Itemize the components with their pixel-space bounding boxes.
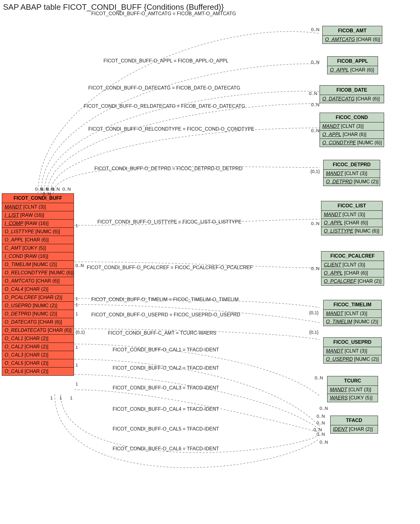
entity-tfacd: TFACD IDENT [CHAR (2)] xyxy=(330,416,378,434)
field-row: O_RELCONDTYPE [NUMC (6)] xyxy=(2,269,74,277)
field-row: WAERS [CUKY (5)] xyxy=(327,394,378,402)
field-row: MANDT [CLNT (3)] xyxy=(324,347,381,355)
entity-header: FICOC_USEPRD xyxy=(324,338,381,347)
rel-label: FICOT_CONDI_BUFF-O_CAL4 = TFACD-IDENT xyxy=(113,406,219,412)
rel-label: FICOT_CONDI_BUFF-O_CAL1 = TFACD-IDENT xyxy=(113,347,219,353)
field-row: O_CAL3 [CHAR (2)] xyxy=(2,351,74,359)
entity-ficob-amt: FICOB_AMT O_AMTCATG [CHAR (6)] xyxy=(322,26,382,44)
entity-ficob-appl: FICOB_APPL O_APPL [CHAR (6)] xyxy=(327,56,378,74)
field-row: MANDT [CLNT (3)] xyxy=(2,203,74,211)
page-title: SAP ABAP table FICOT_CONDI_BUFF {Conditi… xyxy=(3,2,224,12)
field-row: O_PCALCREF [CHAR (2)] xyxy=(2,294,74,302)
cardinality: 0..N xyxy=(51,186,60,192)
cardinality: 1 xyxy=(75,296,78,301)
cardinality: 0..N xyxy=(62,186,71,192)
cardinality: 0..N xyxy=(311,59,320,65)
field-row: CLIENT [CLNT (3)] xyxy=(321,261,384,269)
rel-label: FICOT_CONDI_BUFF-O_CAL3 = TFACD-IDENT xyxy=(113,385,219,391)
rel-label: FICOT_CONDI_BUFF-O_TIMELIM = FICOC_TIMEL… xyxy=(91,297,239,302)
rel-label: FICOT_CONDI_BUFF-O_RELCONDTYPE = FICOC_C… xyxy=(88,126,254,132)
rel-label: FICOT_CONDI_BUFF-C_AMT = TCURC-WAERS xyxy=(108,330,216,336)
field-row: MANDT [CLNT (3)] xyxy=(327,386,378,394)
field-row: MANDT [CLNT (3)] xyxy=(320,122,384,131)
cardinality: 0..N xyxy=(311,27,320,32)
field-row: O_APPL [CHAR (6)] xyxy=(320,131,384,139)
entity-ficoc-useprd: FICOC_USEPRD MANDT [CLNT (3)] O_USEPRD [… xyxy=(323,337,382,364)
cardinality: {0,1} xyxy=(75,329,85,335)
field-row: O_CAL6 [CHAR (2)] xyxy=(2,368,74,375)
field-row: MANDT [CLNT (3)] xyxy=(324,170,380,178)
field-row: O_AMTCATG [CHAR (6)] xyxy=(323,36,382,44)
field-row: O_USEPRD [NUMC (2)] xyxy=(2,302,74,310)
cardinality: 0..N xyxy=(320,439,328,445)
field-row: O_DETPRD [NUMC (2)] xyxy=(324,178,380,186)
entity-ficoc-list: FICOC_LIST MANDT [CLNT (3)] O_APPL [CHAR… xyxy=(321,201,383,235)
cardinality: 0..N xyxy=(311,221,320,226)
field-row: O_TIMELIM [NUMC (2)] xyxy=(2,261,74,269)
cardinality: 0..N xyxy=(309,91,317,96)
entity-header: FICOC_PCALCREF xyxy=(321,251,384,261)
cardinality: 1 xyxy=(70,395,72,400)
cardinality: 0..N xyxy=(320,406,328,411)
entity-header: FICOB_AMT xyxy=(323,26,382,36)
field-row: O_CAL5 [CHAR (2)] xyxy=(2,359,74,368)
field-row: C_AMT [CUKY (5)] xyxy=(2,244,74,252)
field-row: O_USEPRD [NUMC (2)] xyxy=(324,355,381,363)
cardinality: 0..N xyxy=(311,266,320,271)
field-row: O_DATECATG [CHAR (6)] xyxy=(320,95,384,103)
cardinality: 1 xyxy=(75,223,78,228)
field-row: O_DETPRD [NUMC (2)] xyxy=(2,310,74,318)
entity-header: TCURC xyxy=(327,376,378,386)
field-row: I_LIST [RAW (16)] xyxy=(2,211,74,220)
cardinality: 0..N xyxy=(75,263,84,268)
rel-label: FICOT_CONDI_BUFF-O_DETPRD = FICOC_DETPRD… xyxy=(94,166,243,171)
cardinality: 0..N xyxy=(311,102,320,107)
field-row: O_PCALCREF [CHAR (2)] xyxy=(321,277,384,285)
field-row: O_APPL [CHAR (6)] xyxy=(2,236,74,244)
cardinality: 1 xyxy=(75,311,78,316)
rel-label: FICOT_CONDI_BUFF-O_USEPRD = FICOC_USEPRD… xyxy=(91,312,240,318)
cardinality: 1 xyxy=(59,395,62,400)
cardinality: 0..N xyxy=(315,375,323,380)
cardinality: 1 xyxy=(50,395,53,400)
rel-label: FICOT_CONDI_BUFF-O_RELDATECATG = FICOB_D… xyxy=(84,104,245,109)
field-row: O_LISTTYPE [NUMC (6)] xyxy=(321,227,382,235)
cardinality: 0..N xyxy=(317,420,325,425)
entity-ficoc-detprd: FICOC_DETPRD MANDT [CLNT (3)] O_DETPRD [… xyxy=(323,160,380,186)
field-row: O_CAL4 [CHAR (2)] xyxy=(2,285,74,294)
entity-header: FICOC_TIMELIM xyxy=(324,300,381,310)
rel-label: FICOT_CONDI_BUFF-O_PCALCREF = FICOC_PCAL… xyxy=(87,265,253,270)
entity-header: FICOB_APPL xyxy=(327,57,378,66)
rel-label: FICOT_CONDI_BUFF-O_CAL2 = TFACD-IDENT xyxy=(113,365,219,371)
cardinality: {0,1} xyxy=(309,310,319,315)
field-row: MANDT [CLNT (3)] xyxy=(324,310,381,318)
field-row: O_APPL [CHAR (6)] xyxy=(327,66,378,74)
rel-label: FICOT_CONDI_BUFF-O_LISTTYPE = FICOC_LIST… xyxy=(97,219,241,225)
cardinality: {0,1} xyxy=(310,169,320,174)
entity-ficoc-cond: FICOC_COND MANDT [CLNT (3)] O_APPL [CHAR… xyxy=(320,113,384,147)
field-row: O_AMTCATG [CHAR (6)] xyxy=(2,277,74,285)
entity-tcurc: TCURC MANDT [CLNT (3)] WAERS [CUKY (5)] xyxy=(327,376,378,402)
rel-label: FICOT_CONDI_BUFF-O_DATECATG = FICOB_DATE… xyxy=(88,85,240,91)
rel-label: FICOT_CONDI_BUFF-O_CAL6 = TFACD-IDENT xyxy=(113,446,219,452)
cardinality: 1 xyxy=(75,345,78,350)
rel-label: FICOT_CONDI_BUFF-O_AMTCATG = FICOB_AMT-O… xyxy=(91,11,236,16)
cardinality: 0..N xyxy=(317,413,325,419)
cardinality: 1 xyxy=(75,381,78,386)
field-row: I_COND [RAW (16)] xyxy=(2,252,74,261)
field-row: O_DATECATG [CHAR (6)] xyxy=(2,318,74,326)
field-row: O_RELDATECATG [CHAR (6)] xyxy=(2,326,74,335)
entity-header: FICOC_COND xyxy=(320,113,384,122)
entity-header: TFACD xyxy=(331,416,378,425)
entity-ficoc-timelim: FICOC_TIMELIM MANDT [CLNT (3)] O_TIMELIM… xyxy=(323,300,382,326)
entity-header: FICOC_LIST xyxy=(321,201,382,211)
field-row: I_COMP [RAW (16)] xyxy=(2,220,74,228)
entity-ficob-date: FICOB_DATE O_DATECATG [CHAR (6)] xyxy=(320,85,384,103)
field-row: O_LISTTYPE [NUMC (6)] xyxy=(2,228,74,236)
cardinality: {0,1} xyxy=(309,329,319,335)
cardinality: 1 xyxy=(75,362,78,368)
entity-ficoc-pcalcref: FICOC_PCALCREF CLIENT [CLNT (3)] O_APPL … xyxy=(321,251,384,286)
entity-header: FICOB_DATE xyxy=(320,86,384,95)
field-row: O_APPL [CHAR (6)] xyxy=(321,269,384,277)
rel-label: FICOT_CONDI_BUFF-O_APPL = FICOB_APPL-O_A… xyxy=(103,58,229,64)
